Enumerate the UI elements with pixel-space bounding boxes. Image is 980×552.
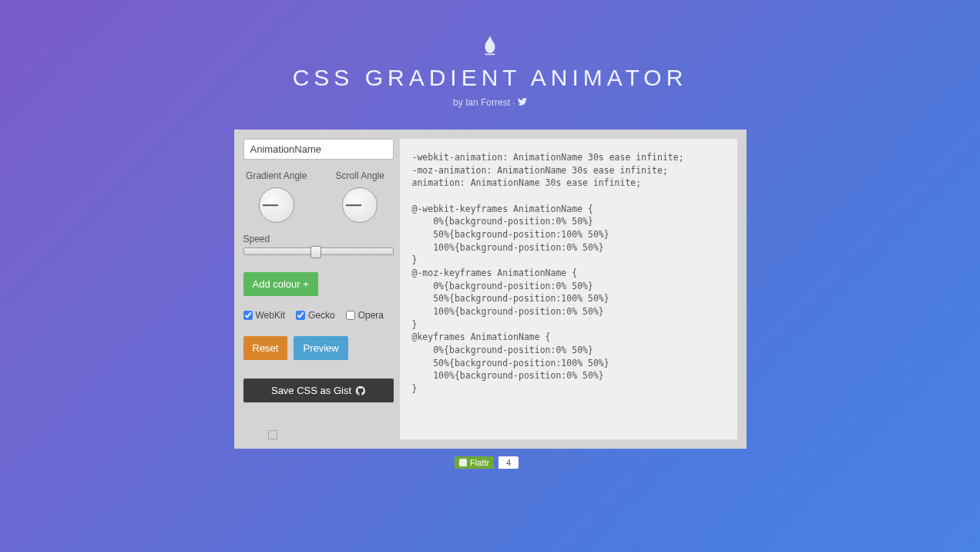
animation-name-input[interactable] — [243, 139, 394, 160]
twitter-link[interactable] — [518, 97, 527, 108]
speed-slider[interactable] — [243, 247, 394, 255]
gist-label: Save CSS as Gist — [271, 385, 351, 396]
action-buttons: Reset Preview — [243, 336, 394, 360]
save-gist-button[interactable]: Save CSS as Gist — [243, 379, 394, 402]
byline-separator: · — [510, 97, 518, 108]
scroll-angle-group: Scroll Angle — [327, 170, 394, 223]
angle-dials: Gradient Angle Scroll Angle — [243, 170, 394, 223]
page-header: CSS GRADIENT ANIMATOR by Ian Forrest · — [0, 0, 980, 108]
scroll-angle-dial[interactable] — [342, 187, 378, 223]
preview-button[interactable]: Preview — [294, 336, 347, 360]
vendor-checkboxes: WebKit Gecko Opera — [243, 310, 394, 321]
main-panel: Gradient Angle Scroll Angle Speed Add co… — [234, 130, 747, 449]
flattr-button[interactable]: Flattr — [455, 456, 494, 469]
webkit-checkbox[interactable] — [243, 311, 253, 320]
svg-rect-0 — [485, 54, 495, 56]
flattr-widget[interactable]: Flattr 4 — [455, 456, 525, 469]
gradient-angle-dial[interactable] — [259, 187, 294, 223]
scroll-angle-label: Scroll Angle — [327, 170, 394, 181]
gecko-text: Gecko — [308, 310, 335, 321]
twitter-icon — [518, 98, 527, 106]
css-output[interactable]: -webkit-animation: AnimationName 30s eas… — [400, 139, 737, 439]
gradient-angle-group: Gradient Angle — [243, 170, 310, 223]
opera-text: Opera — [358, 310, 384, 321]
svg-rect-1 — [459, 459, 467, 466]
gradient-angle-label: Gradient Angle — [243, 170, 310, 181]
github-icon — [356, 386, 365, 395]
opera-checkbox-label[interactable]: Opera — [346, 310, 384, 321]
speed-slider-thumb[interactable] — [310, 246, 321, 258]
add-colour-button[interactable]: Add colour + — [243, 272, 318, 296]
gecko-checkbox[interactable] — [296, 311, 305, 320]
webkit-checkbox-label[interactable]: WebKit — [243, 310, 285, 321]
flame-logo-icon — [482, 35, 498, 56]
speed-label: Speed — [243, 234, 394, 244]
page-title: CSS GRADIENT ANIMATOR — [0, 65, 980, 91]
byline: by Ian Forrest · — [0, 97, 980, 108]
flattr-count: 4 — [498, 456, 519, 469]
flattr-icon — [459, 459, 467, 466]
flattr-label: Flattr — [470, 458, 489, 467]
reset-button[interactable]: Reset — [243, 336, 288, 360]
byline-prefix: by — [453, 97, 465, 108]
webkit-text: WebKit — [256, 310, 285, 321]
controls-column: Gradient Angle Scroll Angle Speed Add co… — [243, 139, 394, 439]
author-link[interactable]: Ian Forrest — [465, 97, 510, 108]
opera-checkbox[interactable] — [346, 311, 355, 320]
ad-placeholder-icon — [268, 430, 277, 439]
gecko-checkbox-label[interactable]: Gecko — [296, 310, 335, 321]
